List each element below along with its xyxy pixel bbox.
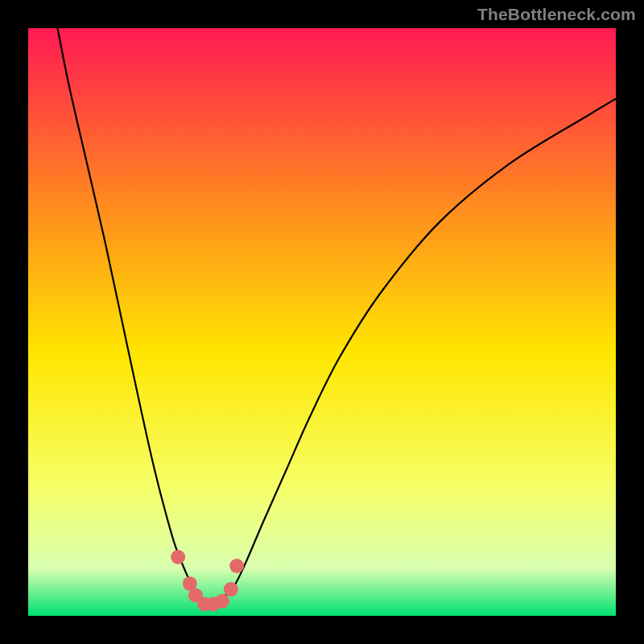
chart-svg — [28, 28, 616, 616]
watermark-text: TheBottleneck.com — [477, 5, 636, 24]
chart-frame: TheBottleneck.com — [0, 0, 644, 644]
highlight-dot — [215, 594, 229, 609]
gradient-background — [28, 28, 616, 616]
plot-area — [28, 28, 616, 616]
highlight-dot — [229, 559, 244, 573]
highlight-dot — [171, 550, 185, 564]
highlight-dot — [224, 582, 238, 597]
